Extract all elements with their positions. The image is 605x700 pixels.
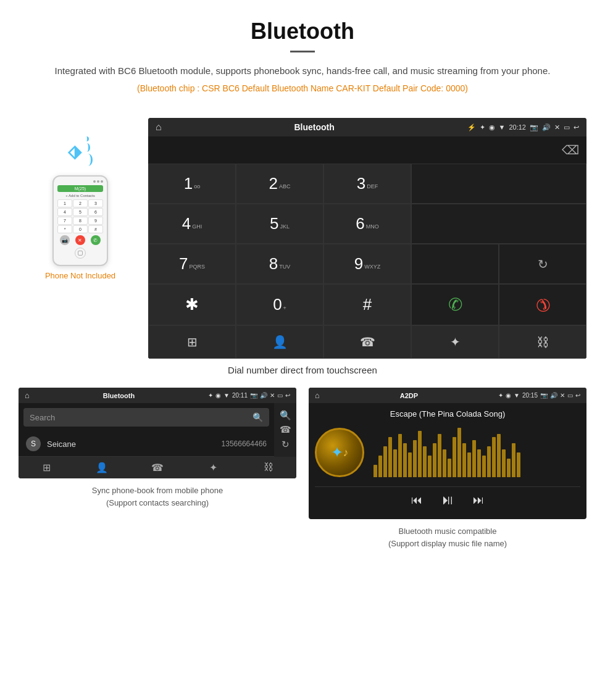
visualizer-bar <box>512 443 515 477</box>
dial-icon-dialpad[interactable]: ⊞ <box>148 325 236 359</box>
music-close-icon[interactable]: ✕ <box>560 392 565 399</box>
pb-caption-line1: Sync phone-book from mobile phone <box>92 486 223 495</box>
visualizer-bar <box>502 449 506 477</box>
dial-key-4[interactable]: 4GHI <box>148 204 236 244</box>
dial-refresh[interactable]: ↻ <box>499 244 586 284</box>
pb-statusbar: ⌂ Bluetooth ✦ ◉ ▼ 20:11 📷 🔊 ✕ ▭ ↩ <box>19 388 296 403</box>
dial-icon-contacts[interactable]: 👤 <box>236 325 323 359</box>
dial-icon-phone[interactable]: ☎ <box>323 325 411 359</box>
backspace-button[interactable]: ⌫ <box>562 143 579 157</box>
dial-key-star[interactable]: ✱ <box>148 284 236 325</box>
dial-key-5[interactable]: 5JKL <box>236 204 323 244</box>
dial-key-0[interactable]: 0+ <box>236 284 323 325</box>
time-display: 20:12 <box>509 123 526 131</box>
dial-key-7[interactable]: 7PQRS <box>148 244 236 284</box>
main-content-row: ⬗ M(25) + Add to Contacts 1 2 3 <box>0 118 605 359</box>
album-art: ✦ ♪ <box>315 428 364 477</box>
visualizer-bar <box>398 434 402 477</box>
close-icon[interactable]: ✕ <box>554 123 560 131</box>
dialpad-display: ⌫ <box>148 136 586 164</box>
volume-icon[interactable]: 🔊 <box>542 123 551 131</box>
dial-key-hash[interactable]: # <box>323 284 411 325</box>
phonebook-search-bar[interactable]: Search 🔍 <box>23 408 269 427</box>
home-icon[interactable]: ⌂ <box>156 122 162 133</box>
search-icon[interactable]: 🔍 <box>252 412 263 422</box>
forward-button[interactable]: ⏭ <box>473 494 484 507</box>
pb-side-call-icon[interactable]: ☎ <box>280 424 291 435</box>
dial-key-8[interactable]: 8TUV <box>236 244 323 284</box>
music-controls: ⏮ ⏯ ⏭ <box>315 486 580 513</box>
music-time: 20:15 <box>522 392 538 399</box>
visualizer-bar <box>472 440 476 477</box>
rewind-button[interactable]: ⏮ <box>411 494 422 507</box>
pb-side-search-icon[interactable]: 🔍 <box>280 410 291 421</box>
music-caption: Bluetooth music compatible (Support disp… <box>309 525 586 549</box>
music-caption-line2: (Support display music file name) <box>388 539 507 548</box>
phone-key-4: 4 <box>57 208 72 216</box>
camera-icon[interactable]: 📷 <box>530 123 538 131</box>
music-min-icon[interactable]: ▭ <box>567 392 573 399</box>
pb-side-refresh-icon[interactable]: ↻ <box>282 439 290 450</box>
location-icon: ◉ <box>489 123 495 131</box>
phone-key-9: 9 <box>88 217 103 225</box>
visualizer-bar <box>418 431 422 477</box>
pb-statusbar-icons: ✦ ◉ ▼ 20:11 📷 🔊 ✕ ▭ ↩ <box>208 392 290 399</box>
pb-signal-icon: ▼ <box>223 392 230 399</box>
music-statusbar-icons: ✦ ◉ ▼ 20:15 📷 🔊 ✕ ▭ ↩ <box>498 392 580 399</box>
music-back-icon[interactable]: ↩ <box>575 392 580 399</box>
dial-empty-1 <box>411 164 586 204</box>
phone-key-hash: # <box>88 225 103 233</box>
phone-not-included-label: Phone Not Included <box>45 271 115 280</box>
dial-icon-bluetooth[interactable]: ✦ <box>411 325 499 359</box>
dial-key-1[interactable]: 1oo <box>148 164 236 204</box>
dial-key-2[interactable]: 2ABC <box>236 164 323 204</box>
phone-key-6: 6 <box>88 208 103 216</box>
pb-back-icon[interactable]: ↩ <box>285 392 290 399</box>
pb-icon-link[interactable]: ⛓ <box>241 462 296 473</box>
music-loc-icon: ◉ <box>506 392 511 399</box>
music-content: Escape (The Pina Colada Song) ✦ ♪ ⏮ ⏯ ⏭ <box>309 403 586 519</box>
dial-call-red[interactable]: ✆ <box>499 284 586 325</box>
pb-icon-contacts[interactable]: 👤 <box>74 462 130 473</box>
visualizer-bar <box>497 434 501 477</box>
phonebook-sidebar: 🔍 ☎ ↻ <box>274 403 296 457</box>
contact-letter-badge: S <box>26 436 41 451</box>
visualizer-bar <box>423 446 427 477</box>
pb-icon-dialpad[interactable]: ⊞ <box>19 462 74 473</box>
play-pause-button[interactable]: ⏯ <box>441 492 454 508</box>
dial-icon-link[interactable]: ⛓ <box>499 325 586 359</box>
wave-small <box>84 136 89 141</box>
dial-key-9[interactable]: 9WXYZ <box>323 244 411 284</box>
phonebook-bottom-bar: ⊞ 👤 ☎ ✦ ⛓ <box>19 457 296 478</box>
music-home-icon[interactable]: ⌂ <box>315 391 320 400</box>
music-visualizer <box>373 428 580 477</box>
pb-close-icon[interactable]: ✕ <box>270 392 275 399</box>
statusbar-right: ⚡ ✦ ◉ ▼ 20:12 📷 🔊 ✕ ▭ ↩ <box>467 123 579 131</box>
visualizer-bar <box>482 456 486 477</box>
pb-icon-bt[interactable]: ✦ <box>185 462 241 473</box>
minimize-icon[interactable]: ▭ <box>564 123 570 131</box>
visualizer-bar <box>462 443 466 477</box>
usb-icon: ⚡ <box>467 123 476 131</box>
visualizer-bar <box>453 437 456 477</box>
dot-1 <box>93 180 96 183</box>
pb-icon-phone[interactable]: ☎ <box>130 462 185 473</box>
pb-caption-line2: (Support contacts searching) <box>106 498 209 507</box>
dial-key-3[interactable]: 3DEF <box>323 164 411 204</box>
dial-statusbar: ⌂ Bluetooth ⚡ ✦ ◉ ▼ 20:12 📷 🔊 ✕ ▭ ↩ <box>148 118 586 136</box>
phone-bottom-bar: 📷 ✕ ✆ <box>57 235 103 245</box>
visualizer-bar <box>383 446 387 477</box>
phonebook-caption: Sync phone-book from mobile phone (Suppo… <box>19 485 296 509</box>
visualizer-bar <box>413 440 417 477</box>
contact-number: 13566664466 <box>222 440 267 448</box>
phone-dialpad: 1 2 3 4 5 6 7 8 9 * 0 # <box>57 199 103 233</box>
visualizer-bar <box>443 449 446 477</box>
back-icon[interactable]: ↩ <box>574 123 579 131</box>
pb-home-icon[interactable]: ⌂ <box>25 391 30 400</box>
phone-key-3: 3 <box>88 199 103 207</box>
pb-min-icon[interactable]: ▭ <box>277 392 283 399</box>
dial-call-green[interactable]: ✆ <box>411 284 499 325</box>
visualizer-bar <box>517 452 520 477</box>
dial-key-6[interactable]: 6MNO <box>323 204 411 244</box>
phonebook-contact-row[interactable]: S Seicane 13566664466 <box>19 431 274 457</box>
